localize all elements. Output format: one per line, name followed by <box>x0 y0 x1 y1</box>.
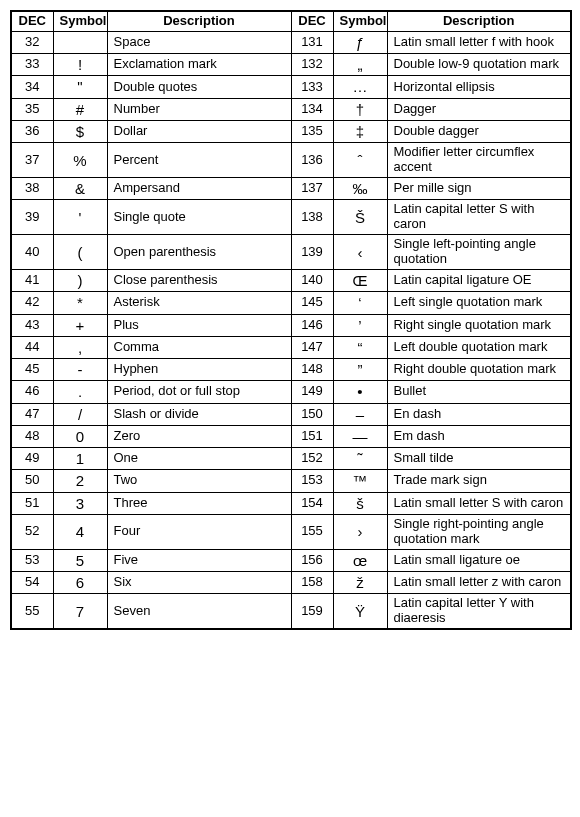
cell-symbol-right: Ÿ <box>333 594 387 629</box>
cell-symbol-right: ƒ <box>333 31 387 53</box>
table-row: 491One152˜Small tilde <box>11 448 571 470</box>
cell-symbol-right: ž <box>333 571 387 593</box>
cell-symbol-left: ! <box>53 54 107 76</box>
table-row: 513Three154šLatin small letter S with ca… <box>11 492 571 514</box>
header-desc-left: Description <box>107 11 291 31</box>
cell-desc-right: Modifier letter circumflex accent <box>387 143 571 178</box>
cell-symbol-left: 7 <box>53 594 107 629</box>
cell-dec-left: 34 <box>11 76 53 98</box>
table-row: 36$Dollar135‡Double dagger <box>11 120 571 142</box>
cell-dec-right: 133 <box>291 76 333 98</box>
cell-symbol-right: ‹ <box>333 235 387 270</box>
cell-dec-left: 50 <box>11 470 53 492</box>
table-row: 43+Plus146’Right single quotation mark <box>11 314 571 336</box>
cell-desc-right: Latin small letter f with hook <box>387 31 571 53</box>
cell-dec-right: 148 <box>291 359 333 381</box>
cell-desc-right: Left single quotation mark <box>387 292 571 314</box>
cell-symbol-right: ” <box>333 359 387 381</box>
cell-symbol-left: ' <box>53 200 107 235</box>
cell-dec-right: 156 <box>291 549 333 571</box>
cell-desc-left: Ampersand <box>107 178 291 200</box>
header-symbol-right: Symbol <box>333 11 387 31</box>
cell-symbol-right: — <box>333 425 387 447</box>
cell-symbol-left: 0 <box>53 425 107 447</box>
cell-symbol-right: ˆ <box>333 143 387 178</box>
character-table: DEC Symbol Description DEC Symbol Descri… <box>10 10 572 630</box>
cell-desc-right: Latin small letter S with caron <box>387 492 571 514</box>
table-row: 535Five156œLatin small ligature oe <box>11 549 571 571</box>
cell-dec-left: 44 <box>11 336 53 358</box>
cell-desc-left: One <box>107 448 291 470</box>
cell-symbol-right: ’ <box>333 314 387 336</box>
cell-desc-right: Right single quotation mark <box>387 314 571 336</box>
cell-dec-left: 45 <box>11 359 53 381</box>
cell-desc-left: Dollar <box>107 120 291 142</box>
cell-symbol-left: , <box>53 336 107 358</box>
cell-symbol-left: * <box>53 292 107 314</box>
cell-dec-right: 136 <box>291 143 333 178</box>
cell-dec-left: 39 <box>11 200 53 235</box>
cell-symbol-left: . <box>53 381 107 403</box>
cell-dec-left: 49 <box>11 448 53 470</box>
cell-symbol-right: Œ <box>333 270 387 292</box>
cell-desc-right: Right double quotation mark <box>387 359 571 381</box>
cell-dec-right: 155 <box>291 514 333 549</box>
cell-desc-right: Latin capital letter Y with diaeresis <box>387 594 571 629</box>
cell-symbol-left: 3 <box>53 492 107 514</box>
cell-symbol-right: „ <box>333 54 387 76</box>
table-body: 32 Space131ƒLatin small letter f with ho… <box>11 31 571 629</box>
cell-dec-left: 53 <box>11 549 53 571</box>
cell-dec-right: 150 <box>291 403 333 425</box>
cell-desc-right: Horizontal ellipsis <box>387 76 571 98</box>
cell-dec-left: 38 <box>11 178 53 200</box>
cell-symbol-right: † <box>333 98 387 120</box>
cell-dec-right: 135 <box>291 120 333 142</box>
cell-symbol-right: ‰ <box>333 178 387 200</box>
cell-symbol-left: & <box>53 178 107 200</box>
header-desc-right: Description <box>387 11 571 31</box>
cell-desc-left: Open parenthesis <box>107 235 291 270</box>
table-row: 38&Ampersand137‰Per mille sign <box>11 178 571 200</box>
table-row: 524Four155›Single right-pointing angle q… <box>11 514 571 549</box>
cell-dec-right: 154 <box>291 492 333 514</box>
cell-dec-left: 52 <box>11 514 53 549</box>
cell-desc-right: Bullet <box>387 381 571 403</box>
cell-dec-left: 46 <box>11 381 53 403</box>
cell-desc-right: Latin capital letter S with caron <box>387 200 571 235</box>
table-row: 44,Comma147“Left double quotation mark <box>11 336 571 358</box>
cell-symbol-right: ™ <box>333 470 387 492</box>
cell-desc-right: Double low-9 quotation mark <box>387 54 571 76</box>
cell-desc-left: Close parenthesis <box>107 270 291 292</box>
table-row: 32 Space131ƒLatin small letter f with ho… <box>11 31 571 53</box>
cell-desc-left: Seven <box>107 594 291 629</box>
cell-symbol-left: $ <box>53 120 107 142</box>
cell-symbol-left: 6 <box>53 571 107 593</box>
cell-dec-left: 54 <box>11 571 53 593</box>
cell-desc-right: Dagger <box>387 98 571 120</box>
cell-desc-left: Hyphen <box>107 359 291 381</box>
cell-dec-right: 145 <box>291 292 333 314</box>
cell-desc-right: Double dagger <box>387 120 571 142</box>
cell-symbol-left: + <box>53 314 107 336</box>
cell-desc-left: Slash or divide <box>107 403 291 425</box>
cell-symbol-left: % <box>53 143 107 178</box>
cell-dec-right: 147 <box>291 336 333 358</box>
cell-desc-left: Double quotes <box>107 76 291 98</box>
cell-symbol-left: ( <box>53 235 107 270</box>
cell-desc-right: Latin small ligature oe <box>387 549 571 571</box>
cell-desc-left: Zero <box>107 425 291 447</box>
cell-desc-right: Single right-pointing angle quotation ma… <box>387 514 571 549</box>
header-symbol-left: Symbol <box>53 11 107 31</box>
cell-desc-left: Percent <box>107 143 291 178</box>
cell-dec-right: 151 <box>291 425 333 447</box>
cell-symbol-left: / <box>53 403 107 425</box>
cell-dec-right: 159 <box>291 594 333 629</box>
table-row: 40(Open parenthesis139‹Single left-point… <box>11 235 571 270</box>
cell-desc-right: Per mille sign <box>387 178 571 200</box>
cell-symbol-left <box>53 31 107 53</box>
table-row: 41)Close parenthesis140ŒLatin capital li… <box>11 270 571 292</box>
cell-desc-right: Left double quotation mark <box>387 336 571 358</box>
cell-dec-left: 32 <box>11 31 53 53</box>
table-row: 46.Period, dot or full stop149•Bullet <box>11 381 571 403</box>
cell-symbol-right: ˜ <box>333 448 387 470</box>
